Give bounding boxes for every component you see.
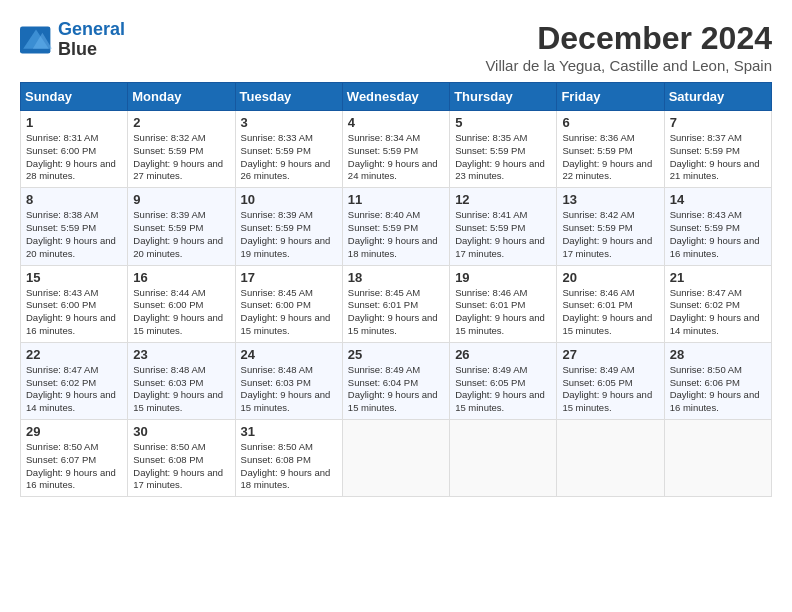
day-info: Sunrise: 8:49 AMSunset: 6:04 PMDaylight:…: [348, 364, 444, 415]
week-row-3: 15Sunrise: 8:43 AMSunset: 6:00 PMDayligh…: [21, 265, 772, 342]
logo-icon: [20, 26, 52, 54]
day-number: 11: [348, 192, 444, 207]
day-info: Sunrise: 8:42 AMSunset: 5:59 PMDaylight:…: [562, 209, 658, 260]
weekday-header-monday: Monday: [128, 83, 235, 111]
day-cell: 7Sunrise: 8:37 AMSunset: 5:59 PMDaylight…: [664, 111, 771, 188]
day-number: 23: [133, 347, 229, 362]
calendar-table: SundayMondayTuesdayWednesdayThursdayFrid…: [20, 82, 772, 497]
day-cell: 10Sunrise: 8:39 AMSunset: 5:59 PMDayligh…: [235, 188, 342, 265]
day-number: 25: [348, 347, 444, 362]
logo: General Blue: [20, 20, 125, 60]
day-info: Sunrise: 8:31 AMSunset: 6:00 PMDaylight:…: [26, 132, 122, 183]
main-title: December 2024: [485, 20, 772, 57]
day-number: 31: [241, 424, 337, 439]
day-number: 28: [670, 347, 766, 362]
day-number: 26: [455, 347, 551, 362]
logo-blue: Blue: [58, 40, 125, 60]
day-info: Sunrise: 8:34 AMSunset: 5:59 PMDaylight:…: [348, 132, 444, 183]
day-info: Sunrise: 8:32 AMSunset: 5:59 PMDaylight:…: [133, 132, 229, 183]
day-cell: 6Sunrise: 8:36 AMSunset: 5:59 PMDaylight…: [557, 111, 664, 188]
day-cell: 21Sunrise: 8:47 AMSunset: 6:02 PMDayligh…: [664, 265, 771, 342]
day-info: Sunrise: 8:44 AMSunset: 6:00 PMDaylight:…: [133, 287, 229, 338]
day-number: 21: [670, 270, 766, 285]
day-number: 15: [26, 270, 122, 285]
day-number: 18: [348, 270, 444, 285]
day-info: Sunrise: 8:39 AMSunset: 5:59 PMDaylight:…: [241, 209, 337, 260]
day-info: Sunrise: 8:39 AMSunset: 5:59 PMDaylight:…: [133, 209, 229, 260]
day-cell: 5Sunrise: 8:35 AMSunset: 5:59 PMDaylight…: [450, 111, 557, 188]
day-cell: 26Sunrise: 8:49 AMSunset: 6:05 PMDayligh…: [450, 342, 557, 419]
weekday-header-wednesday: Wednesday: [342, 83, 449, 111]
day-info: Sunrise: 8:43 AMSunset: 5:59 PMDaylight:…: [670, 209, 766, 260]
title-section: December 2024 Villar de la Yegua, Castil…: [485, 20, 772, 74]
day-cell: 25Sunrise: 8:49 AMSunset: 6:04 PMDayligh…: [342, 342, 449, 419]
day-cell: 3Sunrise: 8:33 AMSunset: 5:59 PMDaylight…: [235, 111, 342, 188]
day-cell: 30Sunrise: 8:50 AMSunset: 6:08 PMDayligh…: [128, 420, 235, 497]
day-number: 8: [26, 192, 122, 207]
weekday-header-row: SundayMondayTuesdayWednesdayThursdayFrid…: [21, 83, 772, 111]
day-cell: 1Sunrise: 8:31 AMSunset: 6:00 PMDaylight…: [21, 111, 128, 188]
day-number: 1: [26, 115, 122, 130]
day-cell: 22Sunrise: 8:47 AMSunset: 6:02 PMDayligh…: [21, 342, 128, 419]
day-number: 5: [455, 115, 551, 130]
weekday-header-saturday: Saturday: [664, 83, 771, 111]
day-info: Sunrise: 8:48 AMSunset: 6:03 PMDaylight:…: [241, 364, 337, 415]
day-number: 19: [455, 270, 551, 285]
day-info: Sunrise: 8:50 AMSunset: 6:06 PMDaylight:…: [670, 364, 766, 415]
weekday-header-thursday: Thursday: [450, 83, 557, 111]
page-header: General Blue December 2024 Villar de la …: [20, 20, 772, 74]
day-number: 27: [562, 347, 658, 362]
day-info: Sunrise: 8:50 AMSunset: 6:08 PMDaylight:…: [133, 441, 229, 492]
day-number: 10: [241, 192, 337, 207]
day-number: 20: [562, 270, 658, 285]
day-cell: 16Sunrise: 8:44 AMSunset: 6:00 PMDayligh…: [128, 265, 235, 342]
day-cell: 24Sunrise: 8:48 AMSunset: 6:03 PMDayligh…: [235, 342, 342, 419]
day-cell: 18Sunrise: 8:45 AMSunset: 6:01 PMDayligh…: [342, 265, 449, 342]
weekday-header-friday: Friday: [557, 83, 664, 111]
day-number: 12: [455, 192, 551, 207]
weekday-header-sunday: Sunday: [21, 83, 128, 111]
day-number: 7: [670, 115, 766, 130]
day-info: Sunrise: 8:36 AMSunset: 5:59 PMDaylight:…: [562, 132, 658, 183]
day-number: 29: [26, 424, 122, 439]
day-info: Sunrise: 8:40 AMSunset: 5:59 PMDaylight:…: [348, 209, 444, 260]
day-number: 6: [562, 115, 658, 130]
day-cell: 8Sunrise: 8:38 AMSunset: 5:59 PMDaylight…: [21, 188, 128, 265]
day-cell: 19Sunrise: 8:46 AMSunset: 6:01 PMDayligh…: [450, 265, 557, 342]
day-info: Sunrise: 8:35 AMSunset: 5:59 PMDaylight:…: [455, 132, 551, 183]
day-info: Sunrise: 8:50 AMSunset: 6:08 PMDaylight:…: [241, 441, 337, 492]
day-cell: 2Sunrise: 8:32 AMSunset: 5:59 PMDaylight…: [128, 111, 235, 188]
day-info: Sunrise: 8:33 AMSunset: 5:59 PMDaylight:…: [241, 132, 337, 183]
day-cell: 31Sunrise: 8:50 AMSunset: 6:08 PMDayligh…: [235, 420, 342, 497]
day-info: Sunrise: 8:46 AMSunset: 6:01 PMDaylight:…: [562, 287, 658, 338]
day-info: Sunrise: 8:49 AMSunset: 6:05 PMDaylight:…: [455, 364, 551, 415]
day-number: 14: [670, 192, 766, 207]
day-cell: 29Sunrise: 8:50 AMSunset: 6:07 PMDayligh…: [21, 420, 128, 497]
day-cell: 11Sunrise: 8:40 AMSunset: 5:59 PMDayligh…: [342, 188, 449, 265]
day-number: 9: [133, 192, 229, 207]
day-number: 3: [241, 115, 337, 130]
day-cell: 28Sunrise: 8:50 AMSunset: 6:06 PMDayligh…: [664, 342, 771, 419]
day-info: Sunrise: 8:47 AMSunset: 6:02 PMDaylight:…: [26, 364, 122, 415]
day-cell: 23Sunrise: 8:48 AMSunset: 6:03 PMDayligh…: [128, 342, 235, 419]
day-cell: [450, 420, 557, 497]
day-info: Sunrise: 8:41 AMSunset: 5:59 PMDaylight:…: [455, 209, 551, 260]
week-row-4: 22Sunrise: 8:47 AMSunset: 6:02 PMDayligh…: [21, 342, 772, 419]
day-number: 13: [562, 192, 658, 207]
day-cell: 20Sunrise: 8:46 AMSunset: 6:01 PMDayligh…: [557, 265, 664, 342]
day-cell: 14Sunrise: 8:43 AMSunset: 5:59 PMDayligh…: [664, 188, 771, 265]
logo-general: General: [58, 19, 125, 39]
day-cell: 15Sunrise: 8:43 AMSunset: 6:00 PMDayligh…: [21, 265, 128, 342]
day-info: Sunrise: 8:43 AMSunset: 6:00 PMDaylight:…: [26, 287, 122, 338]
day-cell: 17Sunrise: 8:45 AMSunset: 6:00 PMDayligh…: [235, 265, 342, 342]
day-info: Sunrise: 8:48 AMSunset: 6:03 PMDaylight:…: [133, 364, 229, 415]
day-cell: [664, 420, 771, 497]
day-info: Sunrise: 8:47 AMSunset: 6:02 PMDaylight:…: [670, 287, 766, 338]
day-info: Sunrise: 8:45 AMSunset: 6:01 PMDaylight:…: [348, 287, 444, 338]
subtitle: Villar de la Yegua, Castille and Leon, S…: [485, 57, 772, 74]
week-row-2: 8Sunrise: 8:38 AMSunset: 5:59 PMDaylight…: [21, 188, 772, 265]
day-number: 22: [26, 347, 122, 362]
weekday-header-tuesday: Tuesday: [235, 83, 342, 111]
day-cell: [342, 420, 449, 497]
day-number: 24: [241, 347, 337, 362]
